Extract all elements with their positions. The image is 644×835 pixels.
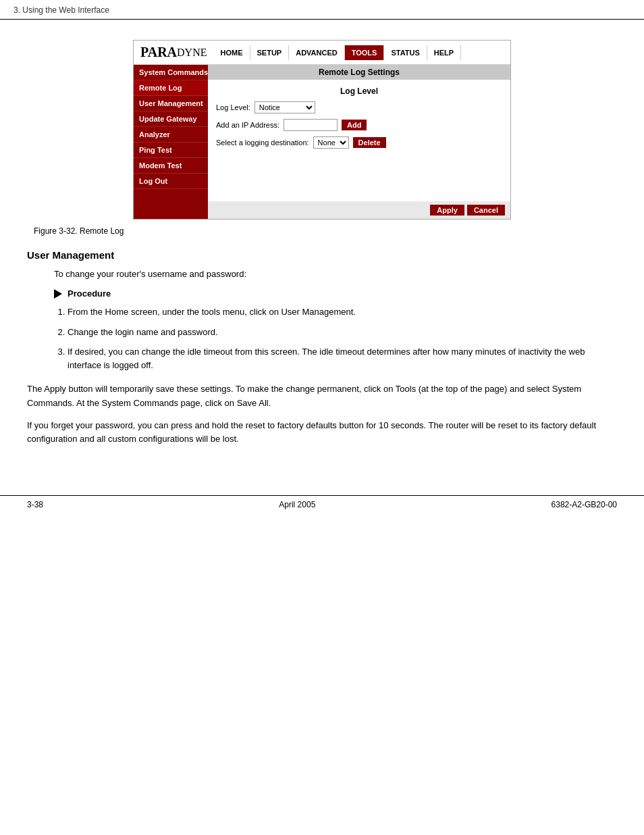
body-para-2: If you forget your password, you can pre…: [27, 419, 617, 447]
page-content: PARADYNE HOME SETUP ADVANCED TOOLS STATU…: [0, 20, 644, 468]
select-dest-select[interactable]: None: [313, 136, 349, 149]
sidebar-item-log-out[interactable]: Log Out: [134, 174, 208, 189]
nav-setup[interactable]: SETUP: [250, 45, 290, 60]
procedure-block: Procedure From the Home screen, under th…: [27, 288, 617, 372]
log-level-label: Log Level:: [216, 103, 250, 111]
add-button[interactable]: Add: [342, 120, 367, 130]
router-logo: PARADYNE: [134, 41, 214, 64]
procedure-arrow-icon: [54, 289, 62, 299]
router-ui: PARADYNE HOME SETUP ADVANCED TOOLS STATU…: [134, 41, 510, 219]
body-para-1: The Apply button will temporarily save t…: [27, 382, 617, 411]
sidebar-item-analyzer[interactable]: Analyzer: [134, 127, 208, 143]
log-level-section-title: Log Level: [216, 86, 502, 96]
nav-advanced[interactable]: ADVANCED: [289, 45, 345, 60]
procedure-label: Procedure: [68, 288, 111, 299]
page-header-text: 3. Using the Web Interface: [14, 5, 109, 15]
nav-help[interactable]: HELP: [427, 45, 461, 60]
footer-date: April 2005: [279, 500, 315, 509]
page-header: 3. Using the Web Interface: [0, 0, 644, 20]
procedure-step-3: If desired, you can change the idle time…: [68, 345, 617, 372]
main-title-bar: Remote Log Settings: [208, 65, 510, 80]
main-content: Log Level Log Level: Notice Emergency Al…: [208, 80, 510, 161]
nav-tools[interactable]: TOOLS: [345, 45, 385, 60]
nav-home[interactable]: HOME: [214, 45, 250, 60]
router-body: System Commands Remote Log User Manageme…: [134, 65, 510, 219]
add-ip-input[interactable]: [284, 119, 338, 131]
sidebar-item-user-management[interactable]: User Management: [134, 96, 208, 111]
apply-button[interactable]: Apply: [430, 205, 464, 216]
log-level-row: Log Level: Notice Emergency Alert Critic…: [216, 101, 502, 113]
procedure-steps: From the Home screen, under the tools me…: [54, 305, 617, 372]
figure-caption-text: Figure 3-32. Remote Log: [34, 226, 124, 236]
cancel-button[interactable]: Cancel: [467, 205, 505, 216]
add-ip-label: Add an IP Address:: [216, 121, 279, 129]
router-sidebar: System Commands Remote Log User Manageme…: [134, 65, 208, 219]
main-footer: Apply Cancel: [208, 201, 510, 219]
log-level-select[interactable]: Notice Emergency Alert Critical Error Wa…: [254, 101, 315, 113]
sidebar-item-update-gateway[interactable]: Update Gateway: [134, 111, 208, 127]
sidebar-item-system-commands[interactable]: System Commands: [134, 65, 208, 80]
procedure-step-2: Change the login name and password.: [68, 326, 617, 339]
add-ip-row: Add an IP Address: Add: [216, 119, 502, 131]
footer-page-number: 3-38: [27, 500, 43, 509]
nav-status[interactable]: STATUS: [384, 45, 427, 60]
screenshot-container: PARADYNE HOME SETUP ADVANCED TOOLS STATU…: [133, 40, 511, 220]
router-main: Remote Log Settings Log Level Log Level:…: [208, 65, 510, 219]
figure-caption: Figure 3-32. Remote Log: [27, 226, 617, 236]
delete-button[interactable]: Delete: [353, 137, 386, 148]
main-title: Remote Log Settings: [319, 68, 400, 77]
sidebar-item-remote-log[interactable]: Remote Log: [134, 80, 208, 96]
logo-text: PARA: [140, 45, 177, 60]
sidebar-item-ping-test[interactable]: Ping Test: [134, 143, 208, 158]
select-dest-label: Select a logging destination:: [216, 138, 309, 147]
intro-text: To change your router's username and pas…: [27, 269, 617, 279]
nav-items: HOME SETUP ADVANCED TOOLS STATUS HELP: [214, 45, 462, 60]
procedure-step-1: From the Home screen, under the tools me…: [68, 305, 617, 319]
page-footer: 3-38 April 2005 6382-A2-GB20-00: [0, 495, 644, 513]
procedure-header: Procedure: [54, 288, 617, 299]
router-nav: PARADYNE HOME SETUP ADVANCED TOOLS STATU…: [134, 41, 510, 65]
logo-dyne: DYNE: [177, 47, 207, 59]
select-dest-row: Select a logging destination: None Delet…: [216, 136, 502, 149]
section-heading: User Management: [27, 249, 617, 261]
sidebar-spacer: [134, 189, 208, 216]
sidebar-item-modem-test[interactable]: Modem Test: [134, 158, 208, 174]
footer-doc-id: 6382-A2-GB20-00: [552, 500, 617, 509]
